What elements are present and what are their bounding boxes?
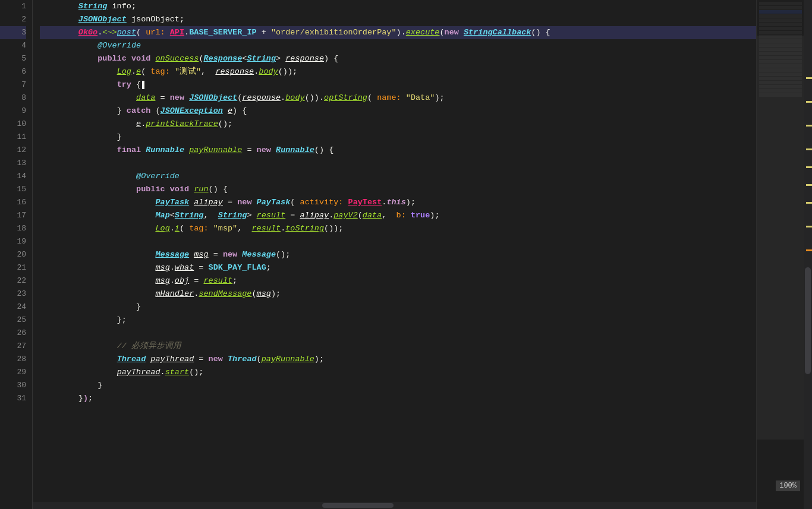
code-line: PayTask alipay = new PayTask( activity: … <box>40 196 812 209</box>
scrollbar-horizontal[interactable] <box>33 502 756 509</box>
code-line: mHandler.sendMessage(msg); <box>40 287 812 301</box>
code-line: Thread payThread = new Thread(payRunnabl… <box>40 353 812 366</box>
code-line: Log.e( tag: "测试", response.body()); <box>40 65 812 78</box>
code-line: JSONObject jsonObject; <box>40 13 812 26</box>
scroll-indicator <box>806 101 812 103</box>
scroll-indicator <box>806 166 812 168</box>
scroll-indicator <box>806 226 812 227</box>
code-area[interactable]: String info; JSONObject jsonObject; OkGo… <box>33 0 812 509</box>
code-line <box>40 327 812 340</box>
scrollbar-h-thumb[interactable] <box>322 503 394 508</box>
code-line-catch: } catch (JSONException e) { <box>40 105 812 118</box>
scroll-indicator-orange <box>806 249 812 251</box>
scrollbar-vertical[interactable] <box>804 0 812 509</box>
code-line <box>40 235 812 248</box>
code-line: Map<String, String> result = alipay.payV… <box>40 209 812 222</box>
code-line <box>40 157 812 170</box>
scroll-indicator <box>806 184 812 186</box>
code-line: @Override <box>40 39 812 52</box>
code-line: } <box>40 131 812 144</box>
code-line-server-ip: OkGo.<~>post( url: API.BASE_SERVER_IP + … <box>40 26 812 39</box>
code-line: }); <box>40 392 812 405</box>
code-line: Log.i( tag: "msp", result.toString()); <box>40 222 812 235</box>
code-line: // 必须异步调用 <box>40 340 812 353</box>
minimap-area[interactable] <box>756 0 812 509</box>
scrollbar-thumb[interactable] <box>805 267 811 374</box>
code-line-try: try { <box>40 78 812 91</box>
code-line: data = new JSONObject(response.body()).o… <box>40 91 812 105</box>
code-line: public void onSuccess(Response<String> r… <box>40 52 812 65</box>
editor-container: 1 2 3 4 5 6 7 8 9 10 11 12 13 14 15 16 1… <box>0 0 812 509</box>
scroll-indicator <box>806 125 812 127</box>
code-line: String info; <box>40 0 812 13</box>
code-line: } <box>40 379 812 392</box>
code-line: Message msg = new Message(); <box>40 248 812 261</box>
code-line: payThread.start(); <box>40 366 812 379</box>
line-numbers: 1 2 3 4 5 6 7 8 9 10 11 12 13 14 15 16 1… <box>0 0 33 509</box>
code-line: }; <box>40 314 812 327</box>
code-line: msg.what = SDK_PAY_FLAG; <box>40 261 812 274</box>
code-line: } <box>40 301 812 314</box>
scroll-indicator <box>806 148 812 150</box>
zoom-indicator: 100% <box>776 480 800 491</box>
scroll-indicator <box>806 202 812 204</box>
code-line: final Runnable payRunnable = new Runnabl… <box>40 144 812 157</box>
code-line: public void run() { <box>40 183 812 196</box>
scroll-indicator <box>806 77 812 79</box>
code-line: e.printStackTrace(); <box>40 118 812 131</box>
code-line: @Override <box>40 170 812 183</box>
code-line: msg.obj = result; <box>40 274 812 287</box>
